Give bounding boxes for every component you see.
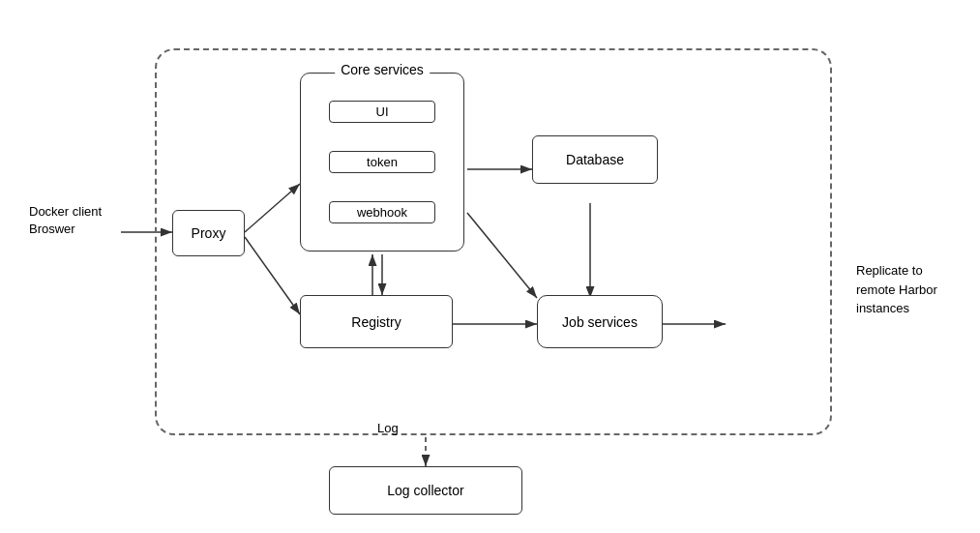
log-collector-box: Log collector: [329, 466, 522, 515]
harbor-dashed-box: [155, 48, 832, 435]
job-services-label: Job services: [562, 314, 638, 330]
job-services-box: Job services: [537, 295, 663, 348]
token-box: token: [329, 151, 435, 173]
docker-client-text: Docker client: [29, 203, 102, 221]
core-services-box: Core services UI token webhook: [300, 73, 464, 252]
database-label: Database: [566, 152, 624, 167]
registry-label: Registry: [351, 314, 401, 330]
core-services-label: Core services: [335, 62, 430, 77]
registry-box: Registry: [300, 295, 453, 348]
docker-client-label: Docker client Broswer: [29, 203, 102, 238]
database-box: Database: [532, 135, 658, 184]
log-collector-label: Log collector: [387, 483, 463, 498]
webhook-box: webhook: [329, 201, 435, 223]
replicate-label: Replicate to remote Harbor instances: [856, 261, 937, 318]
log-label: Log: [377, 421, 399, 435]
ui-box: UI: [329, 101, 435, 123]
browser-text: Broswer: [29, 221, 102, 238]
proxy-box: Proxy: [172, 210, 245, 256]
diagram-container: Docker client Broswer Proxy Core service…: [19, 19, 961, 514]
proxy-label: Proxy: [192, 225, 226, 241]
